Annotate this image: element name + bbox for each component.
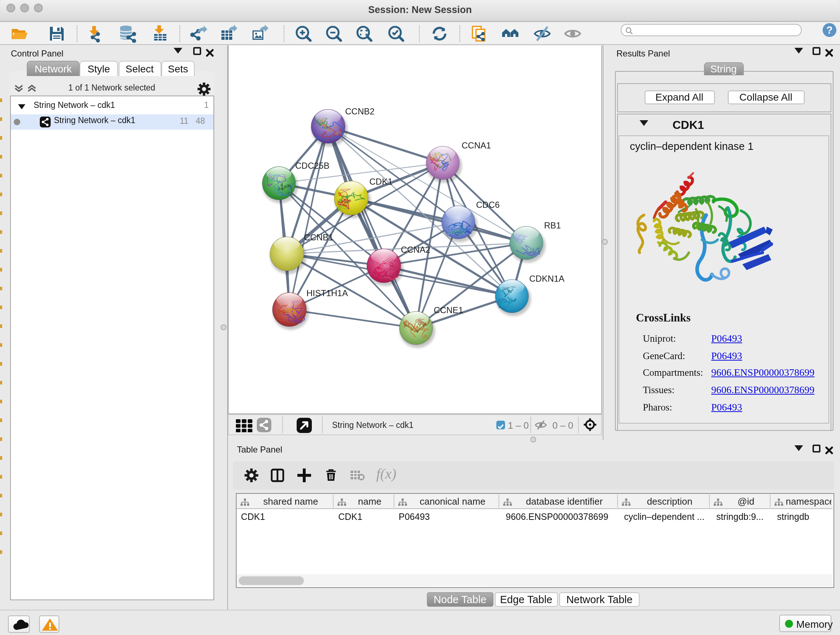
svg-text:?: ? — [826, 24, 833, 36]
svg-text:CDK1: CDK1 — [369, 176, 393, 186]
svg-text:CCNE1: CCNE1 — [434, 305, 463, 315]
svg-text:RB1: RB1 — [544, 220, 561, 230]
svg-text:CDKN1A: CDKN1A — [529, 273, 564, 283]
svg-text:CDC25B: CDC25B — [295, 160, 330, 170]
svg-text:CCNB2: CCNB2 — [345, 106, 374, 116]
svg-text:HIST1H1A: HIST1H1A — [306, 288, 348, 298]
svg-text:CCNA1: CCNA1 — [462, 140, 491, 150]
svg-text:CCNB1: CCNB1 — [304, 232, 333, 242]
svg-text:CDC6: CDC6 — [476, 200, 500, 209]
svg-text:CCNA2: CCNA2 — [401, 244, 430, 254]
